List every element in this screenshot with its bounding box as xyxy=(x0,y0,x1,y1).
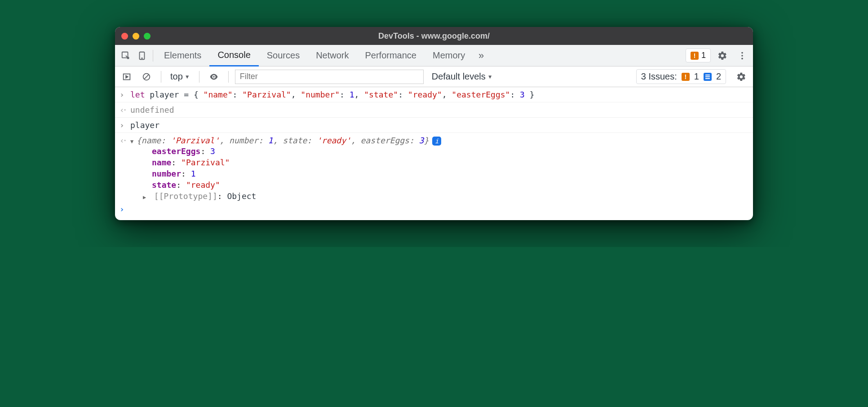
object-property[interactable]: number: 1 xyxy=(120,168,196,179)
chevron-down-icon: ▼ xyxy=(185,74,190,80)
devtools-window: DevTools - www.google.com/ Elements Cons… xyxy=(115,27,753,220)
object-property[interactable]: name: "Parzival" xyxy=(120,157,230,168)
tab-console[interactable]: Console xyxy=(209,45,258,66)
svg-marker-7 xyxy=(126,75,128,78)
object-summary[interactable]: {name: 'Parzival', number: 1, state: 're… xyxy=(137,136,441,146)
svg-point-4 xyxy=(741,55,743,57)
svg-point-5 xyxy=(741,58,743,59)
clear-console-icon[interactable] xyxy=(138,69,155,85)
tab-elements[interactable]: Elements xyxy=(156,45,209,66)
toggle-sidebar-icon[interactable] xyxy=(119,69,135,85)
settings-icon[interactable] xyxy=(714,48,731,64)
console-output-value: undefined xyxy=(130,105,174,115)
kebab-menu-icon[interactable] xyxy=(734,48,750,64)
context-value: top xyxy=(170,71,183,82)
chevron-down-icon: ▼ xyxy=(487,74,493,80)
main-toolbar: Elements Console Sources Network Perform… xyxy=(115,45,753,66)
console-settings-icon[interactable] xyxy=(733,69,749,85)
output-chevron-icon xyxy=(120,136,130,146)
console-input-row[interactable]: player xyxy=(115,118,753,133)
issues-warn-count: 1 xyxy=(694,71,699,82)
device-toggle-icon[interactable] xyxy=(134,48,150,64)
tab-network[interactable]: Network xyxy=(308,45,357,66)
divider xyxy=(153,50,153,62)
divider xyxy=(228,71,229,83)
info-icon[interactable]: i xyxy=(432,137,441,146)
console-body: let player = { "name": "Parzival", "numb… xyxy=(115,87,753,220)
object-prototype[interactable]: [[Prototype]]: Object xyxy=(120,190,256,202)
tab-performance[interactable]: Performance xyxy=(357,45,425,66)
context-selector[interactable]: top ▼ xyxy=(168,71,193,82)
more-tabs-icon[interactable]: » xyxy=(473,48,489,64)
tab-memory[interactable]: Memory xyxy=(425,45,473,66)
svg-point-10 xyxy=(213,76,215,78)
console-input-code: player xyxy=(130,120,159,130)
warning-icon: ! xyxy=(691,52,699,60)
input-chevron-icon xyxy=(120,120,130,130)
input-chevron-icon xyxy=(120,90,130,99)
issues-summary[interactable]: 3 Issues: ! 1 2 xyxy=(636,69,726,84)
console-input-code: let player = { "name": "Parzival", "numb… xyxy=(130,90,535,99)
panel-tabs: Elements Console Sources Network Perform… xyxy=(156,45,686,66)
info-icon xyxy=(704,73,712,81)
issues-label: 3 Issues: xyxy=(641,71,677,82)
warning-icon: ! xyxy=(682,73,690,81)
live-expression-icon[interactable] xyxy=(206,69,222,85)
svg-line-9 xyxy=(144,75,148,79)
warnings-badge[interactable]: ! 1 xyxy=(686,49,711,62)
prompt-chevron-icon xyxy=(120,204,130,214)
console-output-row: undefined xyxy=(115,102,753,118)
console-output-row: {name: 'Parzival', number: 1, state: 're… xyxy=(115,133,753,202)
console-input-row[interactable]: let player = { "name": "Parzival", "numb… xyxy=(115,87,753,102)
divider xyxy=(161,71,161,83)
warnings-count: 1 xyxy=(701,51,706,60)
svg-point-3 xyxy=(741,52,743,53)
disclosure-triangle-icon[interactable] xyxy=(130,136,137,146)
window-title: DevTools - www.google.com/ xyxy=(115,31,753,41)
log-levels-selector[interactable]: Default levels ▼ xyxy=(432,71,493,82)
issues-info-count: 2 xyxy=(716,71,721,82)
object-property[interactable]: state: "ready" xyxy=(120,179,220,190)
inspect-icon[interactable] xyxy=(118,48,134,64)
output-chevron-icon xyxy=(120,105,130,115)
divider xyxy=(199,71,199,83)
object-property[interactable]: easterEggs: 3 xyxy=(120,146,215,157)
tab-sources[interactable]: Sources xyxy=(259,45,308,66)
console-prompt[interactable] xyxy=(115,202,753,217)
titlebar: DevTools - www.google.com/ xyxy=(115,27,753,45)
log-levels-label: Default levels xyxy=(432,71,486,82)
disclosure-triangle-icon[interactable] xyxy=(143,191,149,201)
console-toolbar: top ▼ Default levels ▼ 3 Issues: ! 1 2 xyxy=(115,66,753,87)
filter-input[interactable] xyxy=(235,70,424,84)
